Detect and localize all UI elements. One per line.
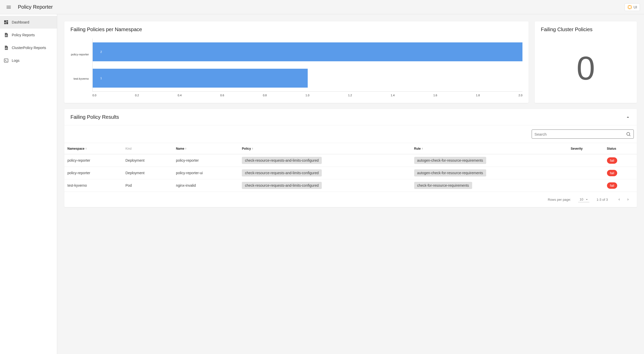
nav-item-dashboard[interactable]: Dashboard	[0, 16, 57, 29]
x-tick: 2.0	[519, 94, 522, 97]
svg-rect-5	[4, 59, 8, 62]
file-chart-icon	[4, 32, 12, 38]
results-title: Failing Policy Results	[70, 114, 119, 120]
chart-y-labels: policy-reporter test-kyverno	[70, 39, 89, 97]
x-tick: 1.2	[348, 94, 352, 97]
bar-value-label: 1	[100, 77, 102, 80]
main-content: Failing Policies per Namespace policy-re…	[57, 14, 644, 354]
ui-button-label: UI	[634, 5, 637, 9]
chart-bar: 1	[93, 69, 308, 88]
app-bar: Policy Reporter UI	[0, 0, 644, 14]
dropdown-icon	[585, 197, 589, 202]
th-severity[interactable]: Severity	[568, 143, 604, 154]
sort-arrow-up-icon: ↑	[85, 147, 87, 150]
cell-status: fail	[604, 154, 637, 167]
dashboard-icon	[4, 20, 12, 25]
app-title: Policy Reporter	[18, 4, 53, 10]
cell-kind: Deployment	[122, 167, 173, 179]
cell-kind: Deployment	[122, 154, 173, 167]
rule-chip: autogen-check-for-resource-requirements	[414, 169, 486, 176]
x-tick: 0.6	[220, 94, 224, 97]
rule-chip: check-for-resource-requirements	[414, 182, 472, 189]
status-badge: fail	[607, 182, 617, 189]
th-status[interactable]: Status	[604, 143, 637, 154]
th-name[interactable]: Name↑	[173, 143, 239, 154]
cell-name: policy-reporter-ui	[173, 167, 239, 179]
x-tick: 1.6	[433, 94, 437, 97]
chart-bar: 2	[93, 42, 522, 61]
x-tick: 0.8	[263, 94, 267, 97]
chart-title: Failing Policies per Namespace	[70, 27, 522, 32]
table-footer: Rows per page: 10 1-3 of 3	[64, 192, 637, 207]
x-tick: 0.0	[92, 94, 96, 97]
policy-chip: check-resource-requests-and-limits-confi…	[242, 182, 322, 189]
cluster-card-title: Failing Cluster Policies	[541, 27, 631, 32]
target-icon	[627, 5, 632, 9]
chevron-up-icon	[625, 114, 631, 120]
x-tick: 1.4	[391, 94, 395, 97]
nav-item-logs[interactable]: Logs	[0, 54, 57, 67]
sidebar: Dashboard Policy Reports ClusterPolicy R…	[0, 14, 57, 354]
status-badge: fail	[607, 157, 617, 164]
th-namespace[interactable]: Namespace↑	[64, 143, 122, 154]
bar-value-label: 2	[100, 50, 102, 53]
cell-namespace: test-kyverno	[64, 179, 122, 192]
search-icon	[626, 132, 631, 137]
collapse-button[interactable]	[625, 114, 631, 120]
svg-point-6	[627, 132, 630, 135]
search-input[interactable]	[534, 132, 626, 136]
rule-chip: autogen-check-for-resource-requirements	[414, 157, 486, 164]
nav-label: Policy Reports	[12, 33, 35, 37]
table-row[interactable]: policy-reporterDeploymentpolicy-reporter…	[64, 154, 637, 167]
rows-per-page-label: Rows per page:	[548, 197, 571, 201]
cell-severity	[568, 179, 604, 192]
ui-mode-button[interactable]: UI	[625, 3, 640, 11]
x-tick: 0.4	[178, 94, 182, 97]
status-badge: fail	[607, 170, 617, 176]
cell-policy: check-resource-requests-and-limits-confi…	[239, 167, 411, 179]
cell-name: policy-reporter	[173, 154, 239, 167]
results-card: Failing Policy Results Namespace↑	[64, 109, 637, 207]
policy-chip: check-resource-requests-and-limits-confi…	[242, 169, 322, 176]
cell-severity	[568, 154, 604, 167]
cell-namespace: policy-reporter	[64, 167, 122, 179]
x-tick: 1.8	[476, 94, 480, 97]
th-policy[interactable]: Policy↑	[239, 143, 411, 154]
search-box[interactable]	[532, 129, 634, 139]
results-table: Namespace↑ Kind Name↑ Policy↑ Rule↑ Seve…	[64, 143, 637, 192]
chart-bars: 2 1	[92, 39, 522, 92]
x-tick: 0.2	[135, 94, 139, 97]
cell-policy: check-resource-requests-and-limits-confi…	[239, 154, 411, 167]
cell-severity	[568, 167, 604, 179]
nav-item-clusterpolicy-reports[interactable]: ClusterPolicy Reports	[0, 41, 57, 54]
nav-label: Logs	[12, 58, 19, 63]
cell-kind: Pod	[122, 179, 173, 192]
menu-button[interactable]	[4, 3, 13, 12]
prev-page-button[interactable]	[615, 195, 623, 204]
th-rule[interactable]: Rule↑	[411, 143, 568, 154]
cell-status: fail	[604, 179, 637, 192]
chart-card-failing-namespace: Failing Policies per Namespace policy-re…	[64, 21, 529, 103]
nav-item-policy-reports[interactable]: Policy Reports	[0, 29, 57, 41]
pagination-range: 1-3 of 3	[597, 198, 608, 202]
table-row[interactable]: test-kyvernoPodnginx-invalidcheck-resour…	[64, 179, 637, 192]
cell-rule: autogen-check-for-resource-requirements	[411, 167, 568, 179]
next-page-button[interactable]	[624, 195, 632, 204]
cluster-policies-count: 0	[541, 39, 631, 98]
table-header-row: Namespace↑ Kind Name↑ Policy↑ Rule↑ Seve…	[64, 143, 637, 154]
cell-name: nginx-invalid	[173, 179, 239, 192]
file-chart-icon	[4, 45, 12, 50]
nav-label: ClusterPolicy Reports	[12, 46, 46, 50]
cell-status: fail	[604, 167, 637, 179]
cell-rule: check-for-resource-requirements	[411, 179, 568, 192]
nav-label: Dashboard	[12, 20, 29, 24]
sort-arrow-up-icon: ↑	[185, 147, 187, 150]
rows-per-page-select[interactable]: 10	[578, 197, 589, 202]
sort-arrow-up-icon: ↑	[422, 147, 423, 150]
hamburger-icon	[6, 4, 11, 10]
chevron-left-icon	[616, 197, 622, 202]
chart-x-axis: 0.0 0.2 0.4 0.6 0.8 1.0 1.2 1.4 1.6 1.8 …	[92, 94, 522, 97]
table-row[interactable]: policy-reporterDeploymentpolicy-reporter…	[64, 167, 637, 179]
chart-y-label: policy-reporter	[70, 53, 89, 56]
th-kind[interactable]: Kind	[122, 143, 173, 154]
